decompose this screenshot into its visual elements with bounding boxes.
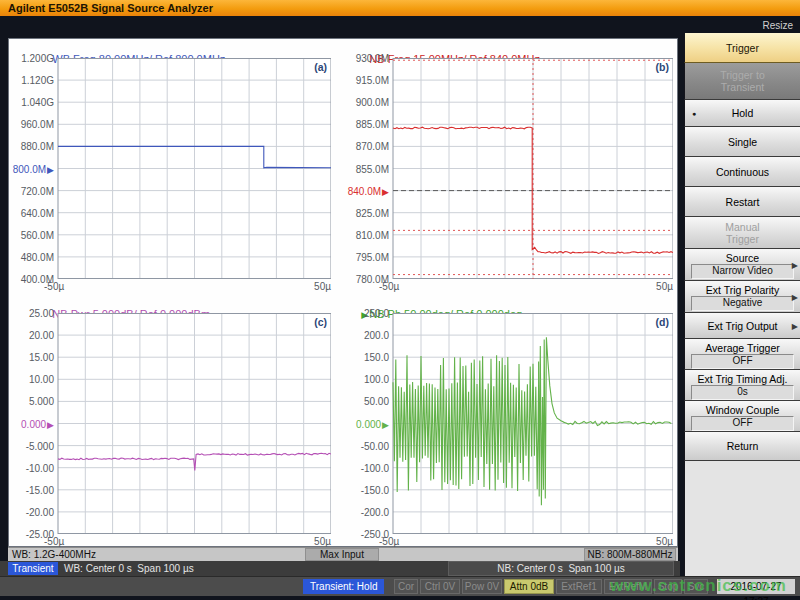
plot-b-ytick: 855.0M (345, 164, 389, 175)
status-flag-ctrl-0v: Ctrl 0V (420, 579, 460, 594)
sidebar-button-label: Ext Trig Timing Adj. (685, 373, 800, 385)
plot-d-ytick: 250.0 (345, 308, 389, 319)
plot-b-xtick-max: 50µ (649, 281, 673, 292)
sidebar-button-continuous[interactable]: Continuous (684, 157, 800, 187)
plot-d: 250.0200.0150.0100.050.000.000▶-50.00-10… (345, 313, 673, 550)
submenu-arrow-icon: ▶ (792, 321, 798, 330)
trigger-state-badge: Transient: Hold (303, 579, 384, 594)
sidebar-button-single[interactable]: Single (684, 127, 800, 157)
softkey-menu-filler (684, 461, 800, 576)
plot-b-ytick: 885.0M (345, 119, 389, 130)
nb-span-label: NB: Center 0 s Span 100 µs (448, 561, 674, 576)
sidebar-button-label: Window Couple (685, 404, 800, 416)
sidebar-button-trigger[interactable]: Trigger (684, 33, 800, 63)
sidebar-button-source[interactable]: SourceNarrow Video▶ (684, 249, 800, 281)
sidebar-button-ext-trig-timing-adj[interactable]: Ext Trig Timing Adj.0s (684, 370, 800, 401)
sidebar-button-label: Ext Trig Output (685, 320, 800, 332)
wb-span-label: WB: Center 0 s Span 100 µs (64, 562, 194, 575)
plot-b-ytick: 900.0M (345, 97, 389, 108)
sidebar-button-label: Ext Trig Polarity (685, 284, 800, 296)
plot-c-ytick: -15.00 (10, 485, 54, 496)
plot-a-ytick: 640.0M (10, 208, 54, 219)
plot-a-ytick: 880.0M (10, 141, 54, 152)
plot-a-ytick: 800.0M▶ (10, 164, 54, 176)
plot-a-ytick: 480.0M (10, 252, 54, 263)
plot-c-ytick: 10.00 (10, 374, 54, 385)
mode-badge: Transient (8, 562, 58, 575)
submenu-arrow-icon: ▶ (792, 292, 798, 301)
plot-b-ytick: 810.0M (345, 230, 389, 241)
plot-d-xtick-max: 50µ (649, 536, 673, 547)
sidebar-button-ext-trig-output[interactable]: Ext Trig Output▶ (684, 313, 800, 339)
sidebar-button-manual-trigger[interactable]: ManualTrigger (684, 217, 800, 249)
plot-b-ytick: 930.0M (345, 53, 389, 64)
softkey-menu: TriggerTrigger toTransientHold●SingleCon… (684, 33, 800, 461)
wb-range-label: WB: 1.2G-400MHz (12, 549, 96, 561)
plot-d-ytick: 200.0 (345, 330, 389, 341)
sidebar-button-hold[interactable]: Hold● (684, 100, 800, 127)
app-window: Agilent E5052B Signal Source Analyzer Re… (0, 0, 800, 600)
reference-marker-icon: ▶ (382, 420, 389, 430)
reference-marker-icon: ▶ (382, 187, 389, 197)
sidebar-button-label: Transient (685, 81, 800, 93)
sidebar-button-label: Average Trigger (685, 342, 800, 354)
submenu-arrow-icon: ▶ (792, 260, 798, 269)
sidebar-button-label: Hold (685, 107, 800, 119)
plot-b-canvas (345, 58, 673, 295)
plot-c-xtick-min: -50µ (44, 536, 64, 547)
sidebar-button-window-couple[interactable]: Window CoupleOFF (684, 401, 800, 432)
sidebar-button-label: Continuous (685, 166, 800, 178)
plot-a-xtick-min: -50µ (44, 281, 64, 292)
max-input-label: Max Input 0dBm (305, 548, 379, 561)
plot-c-corner-label: (c) (299, 316, 327, 328)
sidebar-button-average-trigger[interactable]: Average TriggerOFF (684, 339, 800, 370)
freq-range-bar: WB: 1.2G-400MHz Max Input 0dBm NB: 800M-… (8, 547, 678, 561)
plot-b-corner-label: (b) (641, 61, 669, 73)
plot-b-ytick: 915.0M (345, 75, 389, 86)
plot-c-ytick: -20.00 (10, 507, 54, 518)
sidebar-button-label: Restart (685, 196, 800, 208)
plot-a-ytick: 720.0M (10, 186, 54, 197)
reference-marker-icon: ▶ (47, 165, 54, 175)
plot-b-ytick: 825.0M (345, 208, 389, 219)
sidebar-button-trigger-to-transient[interactable]: Trigger toTransient (684, 63, 800, 100)
plot-b-xtick-min: -50µ (379, 281, 399, 292)
watermark: www.cntronics.com (610, 576, 787, 596)
plot-a-canvas (10, 58, 331, 295)
plot-d-ytick: 150.0 (345, 352, 389, 363)
status-flag-cor: Cor (394, 579, 418, 594)
plot-a-ytick: 1.120G (10, 75, 54, 86)
plot-a-ytick: 560.0M (10, 230, 54, 241)
plot-d-ytick: 50.00 (345, 396, 389, 407)
sidebar-button-restart[interactable]: Restart (684, 187, 800, 217)
plot-d-ytick: -150.0 (345, 485, 389, 496)
sidebar-button-label: Trigger to (685, 69, 800, 81)
sidebar-button-label: Manual (685, 221, 800, 233)
reference-marker-icon: ▶ (47, 420, 54, 430)
span-bar: Transient WB: Center 0 s Span 100 µs NB:… (0, 561, 680, 576)
plot-d-corner-label: (d) (641, 316, 669, 328)
resize-button[interactable]: Resize (762, 20, 793, 31)
sidebar-button-return[interactable]: Return (684, 432, 800, 461)
plot-d-ytick: 100.0 (345, 374, 389, 385)
title-bar: Agilent E5052B Signal Source Analyzer (0, 0, 800, 16)
plot-d-ytick: -100.0 (345, 463, 389, 474)
sidebar-button-value: Negative (691, 296, 794, 311)
sidebar-button-label: Trigger (685, 42, 800, 54)
sidebar-button-ext-trig-polarity[interactable]: Ext Trig PolarityNegative▶ (684, 281, 800, 313)
plot-panel: WB Freq 80.00MHz/ Ref 800.0MHz NB Freq 1… (8, 38, 678, 547)
sidebar-button-value: 0s (691, 385, 794, 400)
plot-d-ytick: -200.0 (345, 507, 389, 518)
plot-c-xtick-max: 50µ (307, 536, 331, 547)
plot-a-ytick: 1.200G (10, 53, 54, 64)
plot-c-ytick: 0.000▶ (10, 419, 54, 431)
plot-c-ytick: 15.00 (10, 352, 54, 363)
window-title: Agilent E5052B Signal Source Analyzer (8, 2, 213, 14)
plot-a-ytick: 1.040G (10, 97, 54, 108)
plot-d-xtick-min: -50µ (379, 536, 399, 547)
status-flag-attn-0db: Attn 0dB (504, 579, 554, 594)
status-flag-extref1: ExtRef1 (556, 579, 602, 594)
plot-b-ytick: 840.0M▶ (345, 186, 389, 198)
plot-a-corner-label: (a) (299, 61, 327, 73)
sidebar-button-value: OFF (691, 416, 794, 431)
